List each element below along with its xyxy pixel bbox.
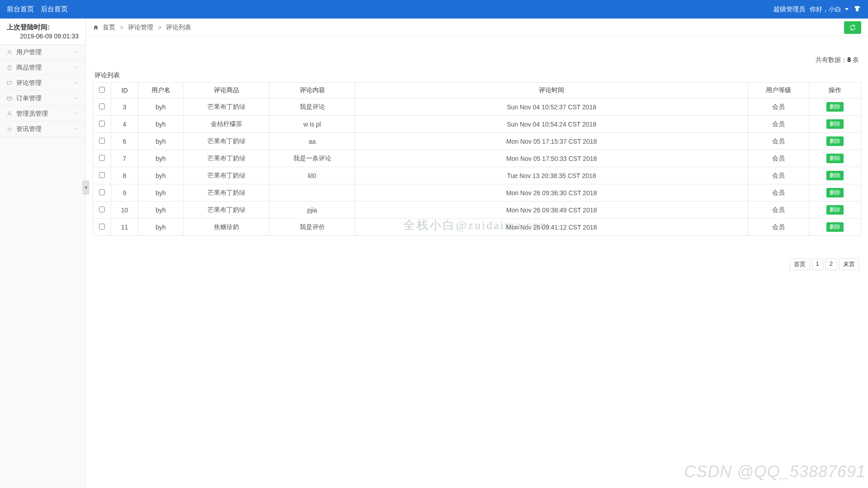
- cell-user: byh: [138, 167, 184, 184]
- sidebar: 上次登陆时间: 2019-06-09 09:01:33 用户管理商品管理评论管理…: [0, 19, 86, 488]
- cell-level: 会员: [748, 184, 809, 202]
- breadcrumb: 首页 > 评论管理 > 评论列表: [93, 23, 191, 32]
- comment-icon: [6, 80, 13, 86]
- cell-content: pjia: [269, 202, 355, 219]
- table-row: 4byh金桔柠檬茶w is plSun Nov 04 10:54:24 CST …: [93, 116, 861, 133]
- chevron-down-icon: [74, 80, 79, 87]
- row-checkbox[interactable]: [99, 138, 105, 144]
- user-icon: [6, 49, 13, 56]
- user-role-label: 超级管理员: [774, 5, 805, 14]
- delete-button[interactable]: 删除: [826, 205, 844, 215]
- comments-table: ID 用户名 评论商品 评论内容 评论时间 用户等级 操作 3byh芒果布丁奶绿…: [93, 82, 861, 236]
- chevron-down-icon: [74, 110, 79, 117]
- cell-product: 芒果布丁奶绿: [184, 133, 269, 150]
- sidebar-item-bag[interactable]: 商品管理: [0, 60, 85, 75]
- cell-id: 4: [111, 116, 138, 133]
- cell-time: Sun Nov 04 10:54:24 CST 2018: [355, 116, 748, 133]
- row-checkbox[interactable]: [99, 121, 105, 127]
- cell-product: 芒果布丁奶绿: [184, 202, 269, 219]
- cell-content: aa: [269, 133, 355, 150]
- col-level-header: 用户等级: [748, 83, 809, 99]
- cell-id: 11: [111, 219, 138, 236]
- pagination: 首页 1 2 末页: [93, 236, 861, 270]
- page-last[interactable]: 末页: [839, 258, 859, 270]
- row-checkbox[interactable]: [99, 224, 105, 230]
- chevron-down-icon: [74, 49, 79, 56]
- admin-icon: [6, 111, 13, 117]
- col-product-header: 评论商品: [184, 83, 269, 99]
- cell-user: byh: [138, 184, 184, 202]
- sidebar-item-label: 资讯管理: [16, 125, 42, 133]
- cell-time: Mon Nov 05 17:15:37 CST 2018: [355, 133, 748, 150]
- cell-level: 会员: [748, 99, 809, 116]
- chevron-down-icon: [74, 126, 79, 133]
- last-login-value: 2019-06-09 09:01:33: [7, 33, 79, 40]
- cell-time: Mon Nov 26 09:38:49 CST 2018: [355, 202, 748, 219]
- row-checkbox[interactable]: [99, 155, 105, 161]
- cell-id: 3: [111, 99, 138, 116]
- cell-content: 我是评论: [269, 99, 355, 116]
- cell-content: 我是评价: [269, 219, 355, 236]
- page-first[interactable]: 首页: [790, 258, 810, 270]
- cell-user: byh: [138, 150, 184, 167]
- page-1[interactable]: 1: [812, 258, 823, 270]
- table-row: 11byh焦糖珍奶我是评价Mon Nov 26 09:41:12 CST 201…: [93, 219, 861, 236]
- delete-button[interactable]: 删除: [826, 222, 844, 232]
- sidebar-item-label: 管理员管理: [16, 110, 48, 118]
- col-user-header: 用户名: [138, 83, 184, 99]
- delete-button[interactable]: 删除: [826, 188, 844, 197]
- cell-product: 金桔柠檬茶: [184, 116, 269, 133]
- breadcrumb-home[interactable]: 首页: [103, 23, 115, 31]
- table-row: 8byh芒果布丁奶绿kl0Tue Nov 13 20:38:35 CST 201…: [93, 167, 861, 184]
- cell-id: 8: [111, 167, 138, 184]
- delete-button[interactable]: 删除: [826, 154, 844, 163]
- refresh-button[interactable]: [844, 21, 861, 34]
- cell-level: 会员: [748, 116, 809, 133]
- cell-id: 10: [111, 202, 138, 219]
- sidebar-item-label: 用户管理: [16, 48, 42, 56]
- breadcrumb-level1[interactable]: 评论管理: [128, 23, 153, 32]
- panel-title: 评论列表: [93, 69, 861, 82]
- row-checkbox[interactable]: [99, 103, 105, 109]
- delete-button[interactable]: 删除: [826, 102, 844, 112]
- svg-point-3: [9, 128, 10, 130]
- svg-rect-1: [7, 97, 12, 100]
- sidebar-item-comment[interactable]: 评论管理: [0, 75, 85, 91]
- delete-button[interactable]: 删除: [826, 171, 844, 180]
- cell-id: 9: [111, 184, 138, 202]
- cell-product: 芒果布丁奶绿: [184, 99, 269, 116]
- cell-id: 7: [111, 150, 138, 167]
- sidebar-item-gear[interactable]: 资讯管理: [0, 122, 85, 137]
- breadcrumb-sep: >: [120, 24, 123, 31]
- sidebar-item-admin[interactable]: 管理员管理: [0, 106, 85, 122]
- sidebar-item-label: 评论管理: [16, 79, 42, 87]
- select-all-checkbox[interactable]: [99, 87, 105, 93]
- col-content-header: 评论内容: [269, 83, 355, 99]
- table-row: 7byh芒果布丁奶绿我是一条评论Mon Nov 05 17:50:33 CST …: [93, 150, 861, 167]
- home-icon: [93, 23, 101, 31]
- front-home-link[interactable]: 前台首页: [7, 5, 34, 14]
- row-checkbox[interactable]: [99, 172, 105, 178]
- cell-level: 会员: [748, 133, 809, 150]
- chevron-down-icon: [74, 64, 79, 71]
- user-greeting[interactable]: 你好，小白: [810, 5, 849, 14]
- sidebar-item-user[interactable]: 用户管理: [0, 45, 85, 60]
- data-count-summary: 共有数据：8 条: [93, 40, 861, 69]
- cell-time: Tue Nov 13 20:38:35 CST 2018: [355, 167, 748, 184]
- row-checkbox[interactable]: [99, 206, 105, 212]
- chevron-down-icon: [845, 8, 849, 10]
- sidebar-item-card[interactable]: 订单管理: [0, 91, 85, 106]
- cell-user: byh: [138, 202, 184, 219]
- tshirt-icon[interactable]: [853, 5, 861, 14]
- cell-level: 会员: [748, 167, 809, 184]
- delete-button[interactable]: 删除: [826, 119, 844, 129]
- svg-point-2: [9, 112, 11, 114]
- row-checkbox[interactable]: [99, 189, 105, 195]
- back-home-link[interactable]: 后台首页: [41, 5, 68, 14]
- page-2[interactable]: 2: [826, 258, 837, 270]
- cell-time: Mon Nov 05 17:50:33 CST 2018: [355, 150, 748, 167]
- cell-content: 我是一条评论: [269, 150, 355, 167]
- delete-button[interactable]: 删除: [826, 136, 844, 146]
- cell-user: byh: [138, 116, 184, 133]
- cell-level: 会员: [748, 219, 809, 236]
